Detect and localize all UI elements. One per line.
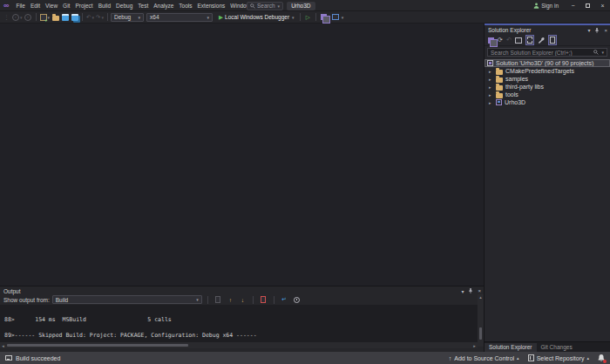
search-box[interactable]: Search ▾ [247, 2, 283, 10]
expander-icon[interactable]: ▸ [489, 77, 493, 82]
menu-git[interactable]: Git [60, 3, 72, 9]
menu-view[interactable]: View [43, 3, 60, 9]
scroll-up-icon[interactable]: ▴ [478, 294, 484, 300]
save-button[interactable] [60, 12, 70, 23]
menu-file[interactable]: File [13, 3, 27, 9]
find-message-icon [215, 296, 220, 303]
word-wrap-button[interactable]: ↵ [280, 294, 289, 305]
scrollbar-thumb[interactable] [7, 344, 188, 347]
output-source-dropdown[interactable]: Build ▾ [52, 295, 202, 304]
open-folder-button[interactable] [51, 12, 60, 23]
toolbar-separator [315, 13, 316, 21]
pending-changes-icon[interactable]: ↶ [506, 37, 512, 44]
show-all-files-button[interactable] [525, 35, 534, 45]
menu-extensions[interactable]: Extensions [195, 3, 228, 9]
switch-views-icon[interactable] [488, 37, 494, 44]
find-in-files-button[interactable] [331, 12, 341, 23]
sign-in-button[interactable]: Sign in [526, 0, 566, 11]
toolbar-separator [82, 13, 83, 21]
output-panel-header: Output ▾ × [0, 286, 484, 294]
tree-row-folder[interactable]: ▸ tools [485, 91, 610, 98]
restore-button[interactable] [580, 0, 595, 11]
solution-explorer-search[interactable]: Search Solution Explorer (Ctrl+;) ▾ [487, 48, 607, 57]
output-line: 88> 154 ms MSBuild 5 calls [4, 317, 478, 322]
pin-icon[interactable] [594, 28, 600, 33]
undo-button[interactable]: ↶ ▾ [85, 12, 95, 23]
select-repository-button[interactable]: Select Repository ▴ [528, 354, 589, 361]
notifications-button[interactable] [598, 354, 605, 362]
navigate-back-button[interactable]: ‹ ▾ [11, 12, 24, 23]
close-icon[interactable]: × [478, 288, 481, 293]
timestamp-button[interactable] [292, 294, 302, 305]
next-message-button[interactable]: ↓ [238, 294, 247, 305]
minimize-button[interactable]: − [566, 0, 580, 11]
find-message-button[interactable] [214, 294, 223, 305]
scroll-left-icon[interactable]: ◂ [0, 343, 6, 348]
solution-configuration-dropdown[interactable]: Debug ▾ [111, 13, 144, 22]
search-icon [593, 50, 599, 55]
save-icon [62, 14, 69, 21]
tree-row-folder[interactable]: ▸ third-party libs [485, 83, 610, 91]
expander-icon[interactable]: ▸ [489, 84, 493, 90]
properties-icon[interactable] [538, 37, 545, 44]
redo-button[interactable]: ↷ ▾ [95, 12, 105, 23]
chevron-down-icon: ▾ [92, 15, 95, 20]
visual-studio-logo-icon: ∞ [3, 1, 9, 10]
solution-name-badge[interactable]: Urho3D [287, 2, 315, 10]
search-label: Search [257, 3, 275, 9]
menu-tools[interactable]: Tools [176, 3, 194, 9]
tree-row-solution[interactable]: Solution 'Urho3D' (90 of 90 projects) [485, 59, 610, 67]
chevron-down-icon: ▾ [207, 15, 210, 20]
chevron-down-icon: ▾ [102, 15, 105, 20]
tree-label: CMakePredefinedTargets [505, 68, 574, 74]
notification-badge [603, 360, 607, 363]
tree-row-folder[interactable]: ▸ samples [485, 75, 610, 83]
show-output-from-label: Show output from: [3, 297, 50, 303]
project-icon [496, 99, 502, 105]
preview-selected-items-button[interactable] [548, 35, 557, 45]
expander-icon[interactable]: ▸ [489, 92, 493, 98]
clear-all-button[interactable] [259, 294, 268, 305]
close-button[interactable]: × [595, 0, 610, 11]
menu-analyze[interactable]: Analyze [151, 3, 176, 9]
menu-project[interactable]: Project [72, 3, 95, 9]
output-horizontal-scrollbar[interactable]: ◂ ▸ [0, 342, 478, 348]
scrollbar-thumb[interactable] [479, 327, 482, 340]
navigate-back-icon: ‹ [12, 14, 19, 21]
menu-test[interactable]: Test [135, 3, 151, 9]
solution-configuration-value: Debug [114, 14, 131, 20]
add-to-source-control-button[interactable]: ↑ Add to Source Control ▴ [449, 355, 519, 361]
menu-edit[interactable]: Edit [28, 3, 43, 9]
tree-row-folder[interactable]: ▸ CMakePredefinedTargets [485, 67, 610, 75]
tree-row-project[interactable]: ▸ Urho3D [485, 98, 610, 106]
new-project-button[interactable]: ▾ [39, 12, 51, 23]
menu-debug[interactable]: Debug [113, 3, 135, 9]
sync-with-active-document-icon[interactable]: ⟳ [498, 37, 503, 44]
previous-message-button[interactable]: ↑ [226, 294, 235, 305]
expander-icon[interactable]: ▸ [489, 69, 493, 74]
toolbar-grip[interactable]: ⋮ [3, 14, 10, 21]
collapse-all-icon[interactable] [515, 37, 522, 44]
expander-icon[interactable]: ▸ [489, 100, 493, 105]
output-vertical-scrollbar[interactable]: ▴ [478, 294, 484, 347]
play-icon: ▶ [219, 14, 223, 21]
window-position-icon[interactable]: ▾ [587, 27, 590, 33]
save-all-button[interactable] [70, 12, 79, 23]
window-position-icon[interactable]: ▾ [461, 288, 464, 294]
close-icon[interactable]: × [604, 28, 607, 33]
scroll-right-icon[interactable]: ▸ [471, 343, 478, 348]
pin-icon[interactable] [468, 288, 473, 293]
attach-to-process-button[interactable] [319, 12, 329, 23]
toolbar-overflow-icon[interactable]: ▾ [342, 15, 344, 20]
tab-git-changes[interactable]: Git Changes [537, 343, 577, 352]
solution-platform-value: x64 [150, 14, 159, 20]
toolbar-separator [253, 296, 254, 304]
tab-solution-explorer[interactable]: Solution Explorer [485, 343, 537, 352]
clear-all-icon [261, 296, 266, 303]
menu-build[interactable]: Build [96, 3, 113, 9]
solution-platform-dropdown[interactable]: x64 ▾ [146, 13, 213, 22]
start-debugging-button[interactable]: ▶ Local Windows Debugger ▾ [216, 12, 297, 23]
start-without-debugging-button[interactable]: ▷ [303, 12, 313, 23]
navigate-forward-button[interactable]: › [24, 12, 33, 23]
chevron-down-icon: ▾ [278, 3, 281, 9]
